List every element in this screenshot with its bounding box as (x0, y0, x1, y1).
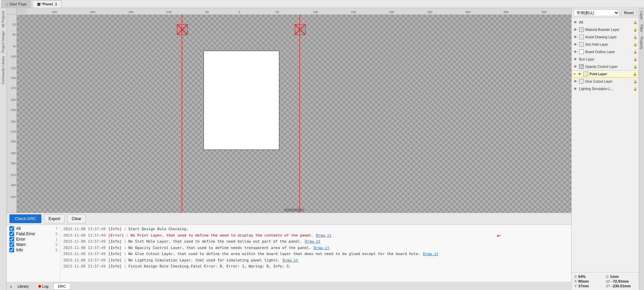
status-x: X 90mm (574, 279, 605, 283)
layer-item-boardoutline[interactable]: 👁 Board Outline Layer 🔒 (572, 48, 639, 55)
layer-item-assist[interactable]: 👁 Assist Drawing Layer 🔒 (572, 33, 639, 41)
layer-item-print[interactable]: ✏ 👁 Print Layer 🔒 (572, 70, 639, 78)
eye-icon[interactable]: 👁 (573, 57, 578, 61)
filter-error-label: Error (16, 237, 25, 242)
eye-icon[interactable]: 👁 (573, 42, 578, 47)
draw-it-link-1[interactable]: Draw it (316, 233, 331, 239)
layer-swatch-glue (579, 79, 584, 84)
filter-all-checkbox[interactable] (9, 226, 14, 231)
canvas-viewport[interactable] (17, 15, 571, 213)
log-time: 2023-11-08 13:57:49 (63, 233, 106, 239)
ruler-tick-h: -250 (51, 10, 57, 14)
tab-drc[interactable]: DRC (53, 283, 70, 290)
filter-fatal[interactable]: Fatal Error 0 (9, 232, 58, 236)
draw-it-link-2[interactable]: Draw it (305, 239, 320, 245)
status-dx-value: -72.91mm (612, 279, 629, 283)
layer-list: 👁 All 🔒 👁 Material Boarder Layer 🔒 👁 Ass… (572, 18, 639, 272)
filter-error-checkbox[interactable] (9, 237, 14, 242)
filter-warn-checkbox[interactable] (9, 242, 14, 247)
drc-toolbar: Check DRC Export Clear (7, 213, 571, 225)
log-time: 2023-11-08 13:57:49 (63, 258, 106, 263)
ruler-tick-v: 375 (11, 173, 16, 177)
layer-label: Lighting Simulation L... (579, 87, 632, 91)
sidebar-item-community-library[interactable]: Community Library (1, 55, 5, 86)
lock-icon: 🔒 (633, 28, 637, 32)
main-container: All Projects Project Design Community Li… (0, 8, 644, 290)
clear-button[interactable]: Clear (67, 214, 86, 223)
filter-info-checkbox[interactable] (9, 248, 14, 252)
sidebar-item-all-projects[interactable]: All Projects (1, 9, 5, 29)
log-row: 2023-11-08 13:57:49 [Info] : No Glue Cut… (63, 251, 569, 257)
filter-info-label: Info (16, 248, 23, 252)
lock-icon: 🔒 (633, 57, 637, 61)
layer-item-glue[interactable]: 👁 Glue Cutout Layer 🔒 (572, 78, 639, 85)
ruler-tick-v: 275 (11, 130, 16, 133)
layer-item-bun[interactable]: 👁 Bun Layer 🔒 (572, 55, 639, 63)
ruler-tick-h: 400 (542, 10, 547, 14)
tab-start-page[interactable]: ⌂ Start Page (1, 0, 31, 8)
layer-item-slothole[interactable]: 👁 Slot Hole Layer 🔒 (572, 41, 639, 48)
filter-warn-label: Warn (16, 242, 26, 247)
layer-item-opacity[interactable]: 👁 Opacity Control Layer 🔒 (572, 63, 639, 70)
status-s: S 54% (574, 275, 605, 279)
status-dx-label: dX (606, 279, 610, 283)
draw-it-link-5[interactable]: Draw it (283, 258, 298, 263)
ruler-tick-v: 50 (12, 33, 16, 36)
filter-warn[interactable]: Warn 0 (9, 242, 58, 247)
sidebar-item-project-design[interactable]: Project Design (1, 30, 5, 54)
export-button[interactable]: Export (44, 214, 65, 223)
right-vtabs: Layer Filter Property (639, 8, 644, 290)
ruler-tick-v: 125 (11, 67, 16, 70)
layer-item-lighting[interactable]: 👁 Lighting Simulation L... 🔒 (572, 85, 639, 92)
layer-preset-dropdown[interactable]: 常用(默认) (574, 9, 619, 16)
layer-item-all[interactable]: 👁 All 🔒 (572, 18, 639, 26)
filter-error-count: 1 (56, 237, 58, 241)
tab-library[interactable]: Library (13, 283, 33, 290)
filter-error[interactable]: Error 1 (9, 237, 58, 242)
right-panel: 常用(默认) Reset 👁 All 🔒 👁 Material Boarder … (571, 8, 639, 290)
lock-icon: 🔒 (633, 65, 637, 69)
expand-icon[interactable]: ▲ (9, 285, 12, 288)
reset-button[interactable]: Reset (621, 9, 637, 16)
vtab-layer[interactable]: Layer (639, 9, 644, 22)
tab-panel1[interactable]: ▦ *Panel_1 (33, 0, 62, 8)
pencil-icon: ✏ (573, 72, 576, 76)
filter-fatal-checkbox[interactable] (9, 232, 14, 236)
eye-icon[interactable]: 👁 (573, 79, 578, 84)
red-marker-left (177, 24, 188, 35)
layer-item-material[interactable]: 👁 Material Boarder Layer 🔒 (572, 26, 639, 33)
status-g-label: G (606, 275, 609, 279)
log-time: 2023-11-08 13:57:49 (63, 264, 106, 270)
eye-icon[interactable]: 👁 (573, 49, 578, 54)
draw-it-link-3[interactable]: Draw it (314, 245, 329, 251)
eye-icon[interactable]: 👁 (573, 27, 578, 32)
vtab-filter[interactable]: Filter (639, 23, 644, 34)
ruler-tick-v: 350 (11, 162, 16, 165)
layer-swatch-print (583, 72, 588, 76)
layer-swatch-opacity (579, 64, 584, 69)
eye-icon[interactable]: 👁 (573, 35, 578, 39)
home-icon: ⌂ (6, 2, 8, 6)
status-dy-value: -230.01mm (612, 284, 631, 288)
tab-log[interactable]: Log (34, 283, 53, 290)
eye-icon[interactable]: 👁 (577, 72, 582, 76)
filter-info-count: 6 (56, 248, 58, 252)
ruler-tick-v: 200 (11, 98, 16, 101)
status-g-value: 1mm (610, 275, 619, 279)
lock-icon: 🔒 (633, 43, 637, 46)
layer-label: Print Layer (589, 72, 632, 76)
ruler-tick-v: 100 (11, 55, 16, 58)
eye-icon[interactable]: 👁 (573, 86, 578, 91)
ruler-tick-h: -50 (204, 10, 209, 14)
ruler-tick-v: 300 (11, 140, 16, 143)
status-dy-label: dY (606, 284, 610, 288)
check-drc-button[interactable]: Check DRC (9, 214, 41, 223)
eye-icon[interactable]: 👁 (573, 20, 578, 25)
ruler-tick-v: 225 (11, 108, 16, 112)
draw-it-link-4[interactable]: Draw it (423, 251, 438, 257)
vtab-property[interactable]: Property (639, 35, 644, 51)
filter-info[interactable]: Info 6 (9, 248, 58, 252)
eye-icon[interactable]: 👁 (573, 64, 578, 69)
ruler-tick-h: 300 (465, 10, 470, 14)
filter-all[interactable]: All 7 (9, 226, 58, 231)
